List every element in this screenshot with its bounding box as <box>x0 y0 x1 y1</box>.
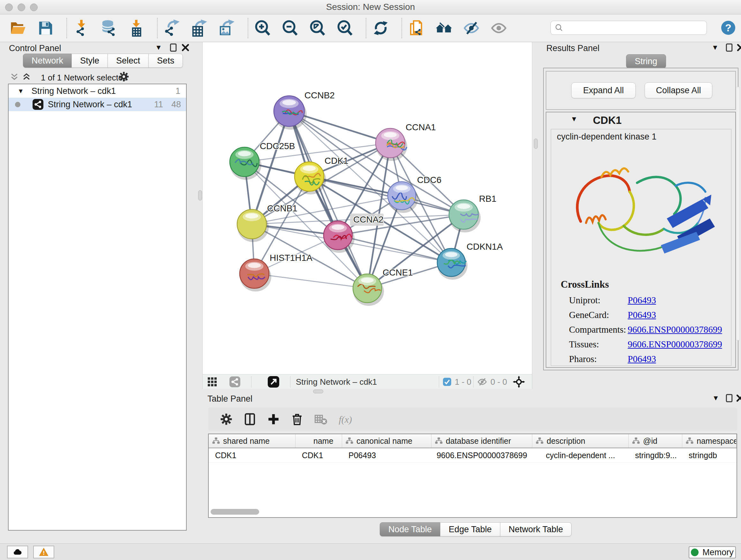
hide-selection-button[interactable] <box>463 19 480 37</box>
float-panel-icon[interactable] <box>724 43 734 52</box>
control-panel-menu-icon[interactable]: ▼ <box>155 44 162 52</box>
refresh-view-button[interactable] <box>372 19 389 37</box>
import-table-file-button[interactable] <box>128 19 145 37</box>
horizontal-splitter-handle[interactable] <box>313 389 323 393</box>
close-panel-icon[interactable] <box>735 393 741 403</box>
column-header-database-identifier[interactable]: database identifier <box>431 434 532 448</box>
column-header-canonical-name[interactable]: canonical name <box>342 434 431 448</box>
column-header-namespace[interactable]: namespace <box>682 434 737 448</box>
birdseye-views-button[interactable] <box>435 19 453 37</box>
search-box[interactable] <box>550 21 707 35</box>
node-CDC6[interactable] <box>388 182 418 213</box>
save-session-button[interactable] <box>37 19 54 37</box>
table-cell[interactable]: CDK1 <box>295 451 342 460</box>
share-network-gray-icon[interactable] <box>229 376 240 387</box>
network-view-canvas[interactable]: CCNB2CCNA1CDC25BCDK1CDC6RB1CCNB1CCNA2CDK… <box>202 42 532 374</box>
table-cell[interactable]: 9606.ENSP00000378699 <box>431 451 532 460</box>
tab-select[interactable]: Select <box>108 54 149 68</box>
tab-string[interactable]: String <box>626 54 666 68</box>
node-attribute-table[interactable]: shared namenamecanonical namedatabase id… <box>208 434 737 518</box>
node-CDKN1A[interactable] <box>437 248 468 280</box>
table-cell[interactable]: CDK1 <box>209 451 295 460</box>
table-cell[interactable]: P06493 <box>342 451 431 460</box>
tree-expander-icon[interactable]: ▼ <box>17 87 24 95</box>
function-builder-fx-icon[interactable]: f(x) <box>338 413 360 426</box>
collapse-all-chevron-icon[interactable] <box>10 72 19 82</box>
network-collection-row[interactable]: ▼ String Network – cdk1 1 <box>9 84 186 98</box>
search-input[interactable] <box>566 23 706 33</box>
left-splitter-handle[interactable] <box>198 190 202 200</box>
annotations-button[interactable] <box>408 19 425 37</box>
column-header--id[interactable]: @id <box>629 434 682 448</box>
tab-edge-table[interactable]: Edge Table <box>440 522 500 537</box>
export-network-button[interactable] <box>163 19 181 37</box>
table-cell[interactable]: stringdb:9... <box>629 451 682 460</box>
table-options-gear-icon[interactable] <box>219 413 233 426</box>
hidden-eye-icon[interactable] <box>477 377 487 387</box>
node-HIST1H1A[interactable] <box>240 259 271 292</box>
show-selection-button[interactable] <box>490 19 508 37</box>
cloud-status-button[interactable] <box>7 546 28 558</box>
import-network-file-button[interactable] <box>73 19 90 37</box>
table-panel-menu-icon[interactable]: ▼ <box>712 394 719 402</box>
node-CCNA1[interactable] <box>376 128 407 161</box>
zoom-in-button[interactable] <box>254 19 271 37</box>
column-header-description[interactable]: description <box>532 434 629 448</box>
tab-style[interactable]: Style <box>71 54 108 68</box>
table-cell[interactable]: stringdb <box>682 451 737 460</box>
export-image-button[interactable] <box>218 19 235 37</box>
tab-network-table[interactable]: Network Table <box>500 522 572 537</box>
collapse-all-button[interactable]: Collapse All <box>645 82 712 98</box>
table-cell[interactable]: cyclin-dependent ... <box>532 451 629 460</box>
zoom-selected-button[interactable] <box>336 19 354 37</box>
right-splitter-handle[interactable] <box>534 138 538 149</box>
crosslink-value-link[interactable]: 9606.ENSP00000378699 <box>628 324 722 335</box>
delete-table-icon[interactable] <box>314 413 327 426</box>
warnings-button[interactable] <box>33 546 54 558</box>
results-panel-menu-icon[interactable]: ▼ <box>712 44 719 52</box>
grid-view-icon[interactable] <box>207 377 217 387</box>
delete-column-trash-icon[interactable] <box>290 413 304 426</box>
crosslink-value-link[interactable]: 9606.ENSP00000378699 <box>628 339 722 350</box>
table-row[interactable]: CDK1CDK1P064939606.ENSP00000378699cyclin… <box>209 448 737 462</box>
show-columns-icon[interactable] <box>243 413 257 426</box>
crosslink-value-link[interactable]: P06493 <box>628 310 656 320</box>
float-panel-icon[interactable] <box>724 393 734 403</box>
column-header-name[interactable]: name <box>295 434 342 448</box>
expand-all-button[interactable]: Expand All <box>571 82 636 98</box>
tab-sets[interactable]: Sets <box>148 54 183 68</box>
node-CDK1[interactable] <box>294 162 326 194</box>
memory-button[interactable]: Memory <box>689 546 736 558</box>
node-CCNB2[interactable] <box>274 96 307 130</box>
export-table-button[interactable] <box>191 19 208 37</box>
tab-network[interactable]: Network <box>23 54 72 68</box>
open-in-new-window-icon[interactable] <box>268 376 279 388</box>
fit-selected-crosshair-icon[interactable] <box>513 376 525 388</box>
crosslink-value-link[interactable]: P06493 <box>628 295 656 306</box>
node-CCNA2[interactable] <box>324 221 354 253</box>
node-section-expander-icon[interactable]: ▼ <box>570 115 578 123</box>
node-RB1[interactable] <box>449 200 481 233</box>
tab-node-table[interactable]: Node Table <box>380 522 441 537</box>
network-row-selected[interactable]: String Network – cdk1 11 48 <box>9 98 186 111</box>
node-CDC25B[interactable] <box>230 147 261 180</box>
expand-all-chevron-icon[interactable] <box>22 72 31 82</box>
create-column-plus-icon[interactable] <box>267 413 280 426</box>
window-minimize-button[interactable] <box>17 3 25 11</box>
close-panel-icon[interactable] <box>181 43 190 52</box>
help-button[interactable]: ? <box>721 20 736 36</box>
window-close-button[interactable] <box>5 3 13 11</box>
results-scrollbar-track[interactable] <box>736 87 740 340</box>
table-horizontal-scrollbar[interactable] <box>211 509 259 515</box>
import-network-database-button[interactable] <box>100 19 118 37</box>
selected-checkbox-icon[interactable] <box>443 377 452 386</box>
open-file-button[interactable] <box>10 19 27 37</box>
close-panel-icon[interactable] <box>736 43 741 52</box>
column-header-shared-name[interactable]: shared name <box>209 434 295 448</box>
float-panel-icon[interactable] <box>169 43 178 52</box>
edge-HIST1H1A-CCNE1[interactable] <box>254 273 367 288</box>
zoom-out-button[interactable] <box>281 19 299 37</box>
crosslink-value-link[interactable]: P06493 <box>628 354 656 364</box>
zoom-fit-button[interactable] <box>309 19 326 37</box>
window-zoom-button[interactable] <box>30 3 38 11</box>
